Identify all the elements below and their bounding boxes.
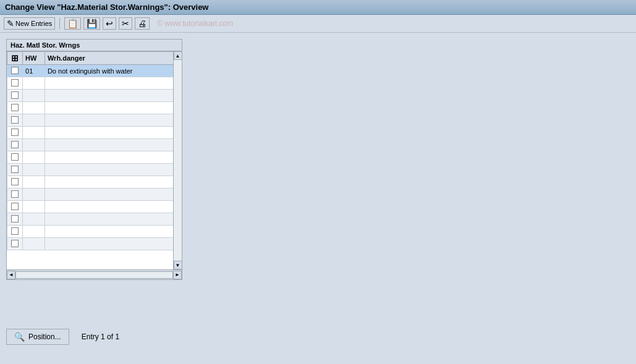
- new-entries-button[interactable]: ✎ New Entries: [4, 17, 55, 30]
- row-selector-cell[interactable]: [7, 127, 23, 139]
- table-row[interactable]: [7, 90, 182, 102]
- scroll-down-arrow[interactable]: ▼: [174, 261, 182, 269]
- hw-cell: [23, 127, 45, 139]
- undo-icon: ↩: [106, 19, 113, 28]
- footer-area: 🔍 Position... Entry 1 of 1: [0, 329, 636, 345]
- row-selector-cell[interactable]: [7, 151, 23, 164]
- table-row[interactable]: [7, 77, 182, 90]
- row-checkbox[interactable]: [11, 67, 19, 74]
- table-container: ⊞ HW Wrh.danger 01Do not extinguish with…: [7, 51, 182, 269]
- danger-cell: [45, 90, 181, 102]
- save-button[interactable]: 💾: [83, 17, 100, 30]
- danger-cell: [45, 213, 181, 226]
- table-row[interactable]: [7, 127, 182, 139]
- new-entries-label: New Entries: [15, 20, 52, 27]
- row-selector-cell[interactable]: [7, 102, 23, 114]
- table-row[interactable]: [7, 226, 182, 238]
- row-checkbox[interactable]: [11, 129, 19, 136]
- data-table: ⊞ HW Wrh.danger 01Do not extinguish with…: [7, 51, 182, 250]
- row-checkbox[interactable]: [11, 153, 19, 161]
- print-button[interactable]: 🖨: [135, 17, 150, 30]
- table-row[interactable]: 01Do not extinguish with water: [7, 65, 182, 77]
- row-checkbox[interactable]: [11, 91, 19, 99]
- col-header-selector: ⊞: [7, 52, 23, 65]
- copy-icon: 📋: [67, 19, 78, 28]
- vertical-scrollbar[interactable]: ▲ ▼: [173, 51, 182, 269]
- table-row[interactable]: [7, 102, 182, 114]
- row-selector-cell[interactable]: [7, 238, 23, 250]
- row-selector-cell[interactable]: [7, 213, 23, 226]
- table-row[interactable]: [7, 139, 182, 151]
- row-checkbox[interactable]: [11, 190, 19, 198]
- row-selector-cell[interactable]: [7, 164, 23, 176]
- col-header-danger: Wrh.danger: [45, 52, 181, 65]
- hw-cell: [23, 151, 45, 164]
- danger-cell: [45, 77, 181, 90]
- table-row[interactable]: [7, 151, 182, 164]
- scroll-right-arrow[interactable]: ►: [173, 271, 182, 279]
- hw-cell: [23, 176, 45, 188]
- row-selector-cell[interactable]: [7, 201, 23, 213]
- danger-cell: [45, 127, 181, 139]
- table-row[interactable]: [7, 201, 182, 213]
- row-selector-cell[interactable]: [7, 226, 23, 238]
- copy-button[interactable]: 📋: [64, 17, 81, 30]
- danger-cell: [45, 226, 181, 238]
- hw-cell: [23, 201, 45, 213]
- danger-cell: [45, 102, 181, 114]
- grid-icon: ⊞: [11, 53, 19, 63]
- row-checkbox[interactable]: [11, 240, 19, 247]
- row-checkbox[interactable]: [11, 116, 19, 124]
- table-row[interactable]: [7, 213, 182, 226]
- panel-header: Haz. Matl Stor. Wrngs: [7, 40, 182, 51]
- hw-cell: [23, 102, 45, 114]
- undo-button[interactable]: ↩: [103, 17, 116, 30]
- danger-cell: [45, 164, 181, 176]
- scroll-left-arrow[interactable]: ◄: [7, 271, 15, 279]
- hw-cell: [23, 164, 45, 176]
- row-selector-cell[interactable]: [7, 176, 23, 188]
- position-icon: 🔍: [14, 332, 25, 342]
- hw-cell: 01: [23, 65, 45, 77]
- danger-cell: [45, 188, 181, 201]
- toolbar-separator-1: [59, 18, 60, 29]
- table-row[interactable]: [7, 188, 182, 201]
- col-danger-label: Wrh.danger: [48, 54, 85, 62]
- scroll-track-v: [174, 60, 182, 261]
- row-checkbox[interactable]: [11, 166, 19, 173]
- hw-cell: [23, 226, 45, 238]
- table-row[interactable]: [7, 176, 182, 188]
- danger-cell: [45, 201, 181, 213]
- table-row[interactable]: [7, 164, 182, 176]
- danger-cell: [45, 114, 181, 127]
- col-hw-label: HW: [25, 54, 36, 62]
- scroll-track-h: [15, 271, 173, 279]
- col-header-hw: HW: [23, 52, 45, 65]
- title-bar: Change View "Haz.Material Stor.Warnings"…: [0, 0, 636, 15]
- hw-cell: [23, 77, 45, 90]
- row-checkbox[interactable]: [11, 178, 19, 185]
- row-selector-cell[interactable]: [7, 77, 23, 90]
- row-checkbox[interactable]: [11, 141, 19, 148]
- scroll-up-arrow[interactable]: ▲: [174, 51, 182, 60]
- table-row[interactable]: [7, 238, 182, 250]
- row-selector-cell[interactable]: [7, 188, 23, 201]
- table-panel: Haz. Matl Stor. Wrngs ⊞ HW: [6, 39, 182, 280]
- new-entries-icon: ✎: [7, 19, 14, 28]
- danger-cell: [45, 238, 181, 250]
- row-checkbox[interactable]: [11, 104, 19, 111]
- row-selector-cell[interactable]: [7, 90, 23, 102]
- row-checkbox[interactable]: [11, 203, 19, 210]
- cut-button[interactable]: ✂: [119, 17, 132, 30]
- cut-icon: ✂: [122, 19, 129, 28]
- table-row[interactable]: [7, 114, 182, 127]
- row-selector-cell[interactable]: [7, 139, 23, 151]
- row-checkbox[interactable]: [11, 227, 19, 235]
- danger-cell: [45, 139, 181, 151]
- row-selector-cell[interactable]: [7, 114, 23, 127]
- row-checkbox[interactable]: [11, 215, 19, 222]
- entry-info: Entry 1 of 1: [82, 332, 119, 341]
- row-selector-cell[interactable]: [7, 65, 23, 77]
- row-checkbox[interactable]: [11, 79, 19, 87]
- position-button[interactable]: 🔍 Position...: [6, 329, 69, 345]
